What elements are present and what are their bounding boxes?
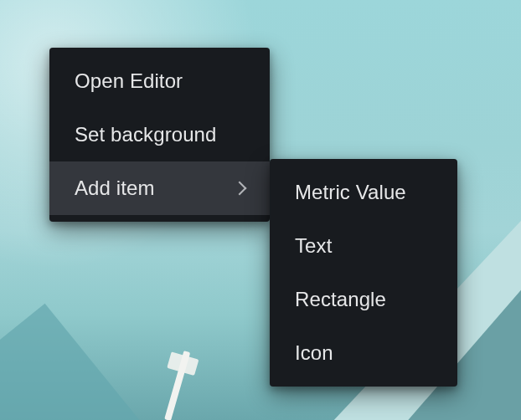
context-submenu-add-item: Metric Value Text Rectangle Icon	[270, 159, 457, 387]
submenu-item-label: Icon	[295, 341, 333, 365]
submenu-item-label: Text	[295, 234, 332, 258]
submenu-item-metric-value[interactable]: Metric Value	[270, 166, 457, 219]
submenu-item-rectangle[interactable]: Rectangle	[270, 273, 457, 326]
submenu-item-text[interactable]: Text	[270, 219, 457, 273]
menu-item-set-background[interactable]: Set background	[49, 108, 270, 161]
chevron-right-icon	[233, 182, 247, 196]
context-menu: Open Editor Set background Add item	[49, 48, 270, 222]
menu-item-label: Open Editor	[75, 69, 183, 93]
menu-item-open-editor[interactable]: Open Editor	[49, 54, 270, 108]
submenu-item-label: Rectangle	[295, 288, 386, 311]
menu-item-add-item[interactable]: Add item	[49, 161, 270, 215]
menu-item-label: Add item	[75, 177, 155, 200]
menu-item-label: Set background	[75, 123, 217, 146]
submenu-item-label: Metric Value	[295, 181, 406, 204]
submenu-item-icon[interactable]: Icon	[270, 326, 457, 380]
